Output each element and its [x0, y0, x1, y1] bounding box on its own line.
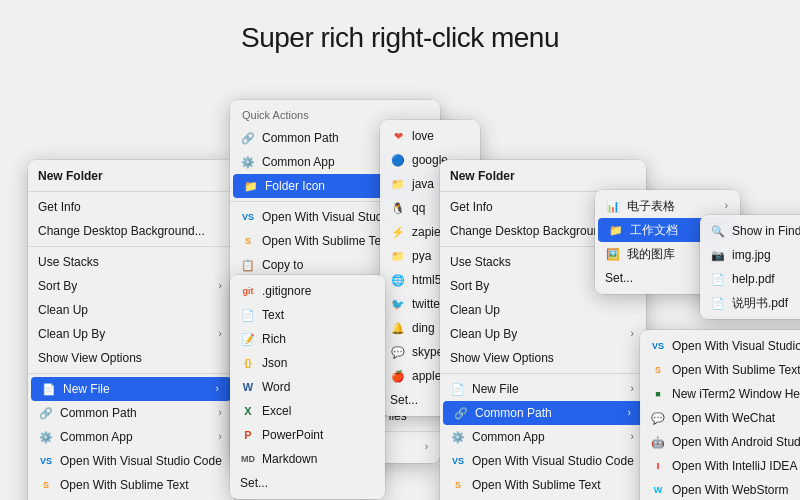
sort-by[interactable]: Sort By› — [28, 274, 234, 298]
open-intellij[interactable]: I Open With IntelliJ IDEA — [640, 454, 800, 478]
sublime-icon: S — [450, 477, 466, 493]
arrow-icon: › — [219, 277, 222, 295]
clean-up[interactable]: Clean Up — [28, 298, 234, 322]
iterm-icon: ■ — [650, 386, 666, 402]
excel-icon: X — [240, 403, 256, 419]
new-file[interactable]: 📄 New File › — [31, 377, 231, 401]
open-wechat[interactable]: 💬 Open With WeChat — [640, 406, 800, 430]
clean-up-2[interactable]: Clean Up — [440, 298, 646, 322]
vscode-icon: VS — [650, 338, 666, 354]
image-icon: 📷 — [710, 247, 726, 263]
open-vscode[interactable]: VS Open With Visual Studio Code — [28, 449, 234, 473]
get-info[interactable]: Get Info — [28, 195, 234, 219]
json-item[interactable]: {} Json — [230, 351, 385, 375]
common-app-5[interactable]: ⚙️ Common App › — [440, 425, 646, 449]
sep — [28, 373, 234, 374]
new-folder-label: New Folder — [38, 167, 103, 185]
qq-icon: 🐧 — [390, 200, 406, 216]
ppt-item[interactable]: P PowerPoint — [230, 423, 385, 447]
open-vscode-5[interactable]: VS Open With Visual Studio Code — [440, 449, 646, 473]
spreadsheet-icon: 📊 — [605, 198, 621, 214]
java-icon: 📁 — [390, 176, 406, 192]
pdf-icon: 📄 — [710, 295, 726, 311]
new-iterm-8[interactable]: ■ New iTerm2 Window Here — [640, 382, 800, 406]
copy-icon: 📋 — [240, 257, 256, 273]
open-sublime[interactable]: S Open With Sublime Text — [28, 473, 234, 497]
folder-icon: 📁 — [608, 222, 624, 238]
rich-icon: 📝 — [240, 331, 256, 347]
gallery-icon: 🖼️ — [605, 246, 621, 262]
rich-item[interactable]: 📝 Rich — [230, 327, 385, 351]
arrow-icon: › — [425, 438, 428, 456]
gitignore-item[interactable]: git .gitignore — [230, 279, 385, 303]
text-icon: 📄 — [240, 307, 256, 323]
ppt-icon: P — [240, 427, 256, 443]
common-path-5[interactable]: 🔗 Common Path › — [443, 401, 643, 425]
common-app-icon: ⚙️ — [38, 429, 54, 445]
arrow-icon: › — [631, 380, 634, 398]
sublime-icon: S — [240, 233, 256, 249]
show-in-finder[interactable]: 🔍 Show in Finder — [700, 219, 800, 243]
ding-icon: 🔔 — [390, 320, 406, 336]
context-menu-7: 🔍 Show in Finder 📷 img.jpg 📄 help.pdf 📄 … — [700, 215, 800, 319]
new-file-icon: 📄 — [450, 381, 466, 397]
open-webstorm[interactable]: W Open With WebStorm — [640, 478, 800, 500]
android-icon: 🤖 — [650, 434, 666, 450]
use-stacks[interactable]: Use Stacks — [28, 250, 234, 274]
sublime-icon: S — [38, 477, 54, 493]
skype-icon: 💬 — [390, 344, 406, 360]
page-title: Super rich right-click menu — [0, 0, 800, 54]
set-item-2[interactable]: Set... — [230, 471, 385, 495]
text-item[interactable]: 📄 Text — [230, 303, 385, 327]
vscode-icon: VS — [450, 453, 466, 469]
open-sublime-8[interactable]: S Open With Sublime Text — [640, 358, 800, 382]
open-android-studio[interactable]: 🤖 Open With Android Studio — [640, 430, 800, 454]
arrow-icon: › — [631, 428, 634, 446]
new-file-icon: 📄 — [41, 381, 57, 397]
open-vscode-8[interactable]: VS Open With Visual Studio Code — [640, 334, 800, 358]
webstorm-icon: W — [650, 482, 666, 498]
markdown-icon: MD — [240, 451, 256, 467]
show-view-options[interactable]: Show View Options — [28, 346, 234, 370]
excel-item[interactable]: X Excel — [230, 399, 385, 423]
json-icon: {} — [240, 355, 256, 371]
arrow-icon: › — [219, 325, 222, 343]
context-menu-4: git .gitignore 📄 Text 📝 Rich {} Json W W… — [230, 275, 385, 499]
folder-icon: 📁 — [243, 178, 259, 194]
word-item[interactable]: W Word — [230, 375, 385, 399]
sep — [28, 191, 234, 192]
clean-up-by-2[interactable]: Clean Up By› — [440, 322, 646, 346]
clean-up-by[interactable]: Clean Up By› — [28, 322, 234, 346]
new-folder-label: New Folder — [450, 167, 515, 185]
new-folder-header: New Folder — [28, 164, 234, 188]
markdown-item[interactable]: MD Markdown — [230, 447, 385, 471]
arrow-icon: › — [219, 428, 222, 446]
love-icon: ❤ — [390, 128, 406, 144]
apple-icon: 🍎 — [390, 368, 406, 384]
new-folder-header-2: New Folder — [440, 164, 646, 188]
common-app-icon: ⚙️ — [240, 154, 256, 170]
common-app[interactable]: ⚙️ Common App › — [28, 425, 234, 449]
new-file-2[interactable]: 📄 New File › — [440, 377, 646, 401]
sep — [28, 246, 234, 247]
wechat-icon: 💬 — [650, 410, 666, 426]
arrow-icon: › — [628, 404, 631, 422]
vscode-icon: VS — [240, 209, 256, 225]
pdf-icon: 📄 — [710, 271, 726, 287]
context-menu-1: New Folder Get Info Change Desktop Backg… — [28, 160, 234, 500]
love-item[interactable]: ❤ love — [380, 124, 480, 148]
manual-pdf[interactable]: 📄 说明书.pdf — [700, 291, 800, 315]
common-path-icon: 🔗 — [240, 130, 256, 146]
change-desktop-bg[interactable]: Change Desktop Background... — [28, 219, 234, 243]
intellij-icon: I — [650, 458, 666, 474]
show-view-options-2[interactable]: Show View Options — [440, 346, 646, 370]
common-path-icon: 🔗 — [453, 405, 469, 421]
arrow-icon: › — [216, 380, 219, 398]
zapier-icon: ⚡ — [390, 224, 406, 240]
common-path[interactable]: 🔗 Common Path › — [28, 401, 234, 425]
help-pdf[interactable]: 📄 help.pdf — [700, 267, 800, 291]
open-sublime-5[interactable]: S Open With Sublime Text — [440, 473, 646, 497]
img-item[interactable]: 📷 img.jpg — [700, 243, 800, 267]
gitignore-icon: git — [240, 283, 256, 299]
finder-icon: 🔍 — [710, 223, 726, 239]
